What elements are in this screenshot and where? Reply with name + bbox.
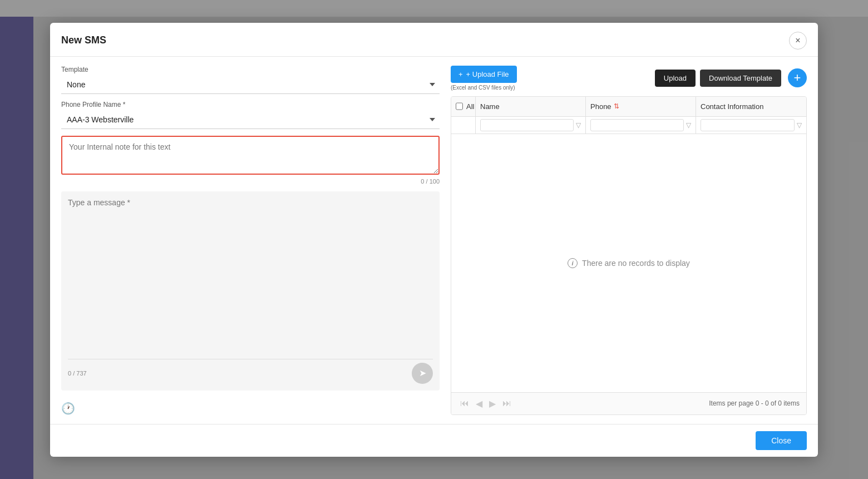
new-sms-modal: New SMS × Template None Template 1 Templ… (50, 23, 818, 457)
modal-header: New SMS × (50, 23, 818, 57)
send-button[interactable]: ➤ (412, 363, 433, 384)
internal-note-textarea[interactable] (61, 136, 440, 175)
filter-row: ▽ ▽ ▽ (451, 117, 806, 134)
modal-close-button[interactable]: × (789, 32, 807, 50)
download-template-button[interactable]: Download Template (700, 70, 781, 87)
filter-phone-input[interactable] (590, 119, 684, 131)
no-records-text: There are no records to display (582, 259, 690, 268)
template-field: Template None Template 1 Template 2 (61, 66, 440, 94)
add-record-button[interactable]: + (788, 68, 807, 87)
th-name: Name (476, 97, 586, 116)
filter-cell-checkbox (451, 117, 476, 134)
phone-profile-select[interactable]: AAA-3 Websterville (61, 111, 440, 129)
modal-title: New SMS (61, 34, 106, 46)
phone-profile-label: Phone Profile Name * (61, 101, 440, 108)
upload-file-label: + Upload File (466, 70, 509, 78)
next-page-button[interactable]: ▶ (487, 397, 498, 410)
plus-icon: + (458, 70, 463, 78)
modal-footer: Close (50, 424, 818, 457)
template-select[interactable]: None Template 1 Template 2 (61, 76, 440, 94)
no-records-message: i There are no records to display (451, 134, 806, 392)
pagination-bar: ⏮ ◀ ▶ ⏭ Items per page 0 - 0 of 0 items (451, 392, 806, 414)
info-icon: i (568, 258, 578, 268)
phone-sort-icon[interactable]: ⇅ (614, 102, 619, 110)
message-char-count: 0 / 737 (68, 370, 87, 377)
th-phone-label: Phone (590, 102, 611, 111)
th-select-all[interactable]: All (451, 97, 476, 116)
filter-name-input[interactable] (480, 119, 574, 131)
info-symbol: i (572, 260, 574, 266)
th-phone: Phone ⇅ (586, 97, 696, 116)
note-char-count: 0 / 100 (61, 178, 440, 185)
data-table: All Name Phone ⇅ Contact Information (451, 96, 807, 415)
select-all-checkbox[interactable] (456, 102, 463, 110)
template-label: Template (61, 66, 440, 73)
upload-button[interactable]: Upload (655, 70, 696, 87)
prev-page-button[interactable]: ◀ (474, 397, 485, 410)
right-top-bar: + + Upload File (Excel and CSV files onl… (451, 66, 807, 91)
message-textarea[interactable] (68, 198, 433, 354)
pagination-buttons: ⏮ ◀ ▶ ⏭ (458, 397, 514, 410)
upload-file-button[interactable]: + + Upload File (451, 66, 517, 83)
left-panel: Template None Template 1 Template 2 Phon… (61, 66, 440, 415)
filter-cell-phone: ▽ (586, 117, 696, 134)
pagination-info: Items per page 0 - 0 of 0 items (709, 399, 800, 407)
upload-file-section: + + Upload File (Excel and CSV files onl… (451, 66, 517, 91)
filter-cell-contact: ▽ (696, 117, 806, 134)
filter-contact-input[interactable] (701, 119, 795, 131)
first-page-button[interactable]: ⏮ (458, 397, 471, 410)
th-name-label: Name (480, 102, 500, 111)
message-bottom-bar: 0 / 737 ➤ (68, 359, 433, 384)
last-page-button[interactable]: ⏭ (500, 397, 514, 410)
footer-close-button[interactable]: Close (756, 431, 807, 450)
send-icon: ➤ (419, 368, 426, 378)
filter-phone-icon[interactable]: ▽ (686, 121, 691, 129)
message-wrapper: 0 / 737 ➤ (61, 191, 440, 391)
bottom-left-bar: 🕐 (61, 397, 440, 415)
filter-contact-icon[interactable]: ▽ (797, 121, 802, 129)
filter-cell-name: ▽ (476, 117, 586, 134)
th-all-label: All (466, 102, 474, 111)
phone-profile-field: Phone Profile Name * AAA-3 Websterville (61, 101, 440, 129)
th-contact-label: Contact Information (701, 102, 763, 111)
th-contact-info: Contact Information (696, 97, 806, 116)
right-panel: + + Upload File (Excel and CSV files onl… (451, 66, 807, 415)
right-action-buttons: Upload Download Template + (655, 68, 807, 87)
upload-file-note: (Excel and CSV files only) (451, 85, 517, 91)
table-header: All Name Phone ⇅ Contact Information (451, 97, 806, 117)
modal-overlay: New SMS × Template None Template 1 Templ… (0, 0, 868, 479)
filter-name-icon[interactable]: ▽ (576, 121, 581, 129)
add-icon: + (794, 72, 801, 84)
modal-body: Template None Template 1 Template 2 Phon… (50, 57, 818, 424)
schedule-icon[interactable]: 🕐 (61, 402, 75, 415)
internal-note-wrapper: 0 / 100 (61, 136, 440, 185)
